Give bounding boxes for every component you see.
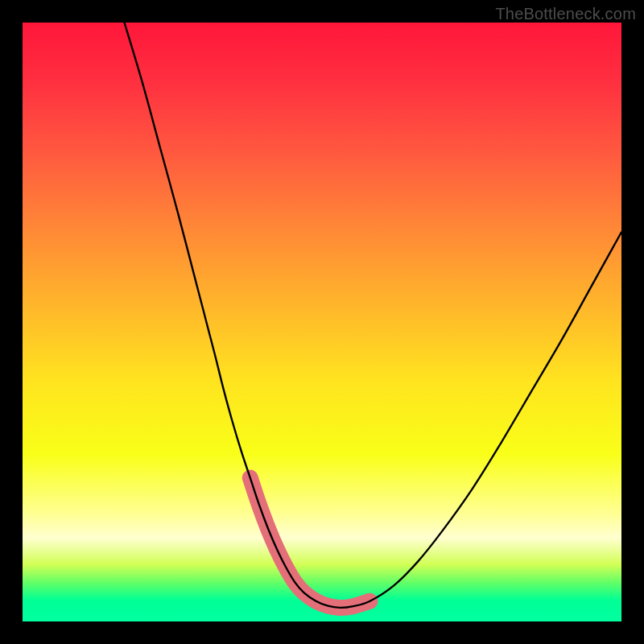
accent-segment bbox=[250, 477, 370, 607]
curve-layer bbox=[23, 23, 621, 621]
plot-area bbox=[23, 23, 621, 621]
bottleneck-curve bbox=[124, 23, 621, 608]
watermark-link[interactable]: TheBottleneck.com bbox=[495, 5, 636, 23]
outer-frame: TheBottleneck.com bbox=[0, 0, 644, 644]
